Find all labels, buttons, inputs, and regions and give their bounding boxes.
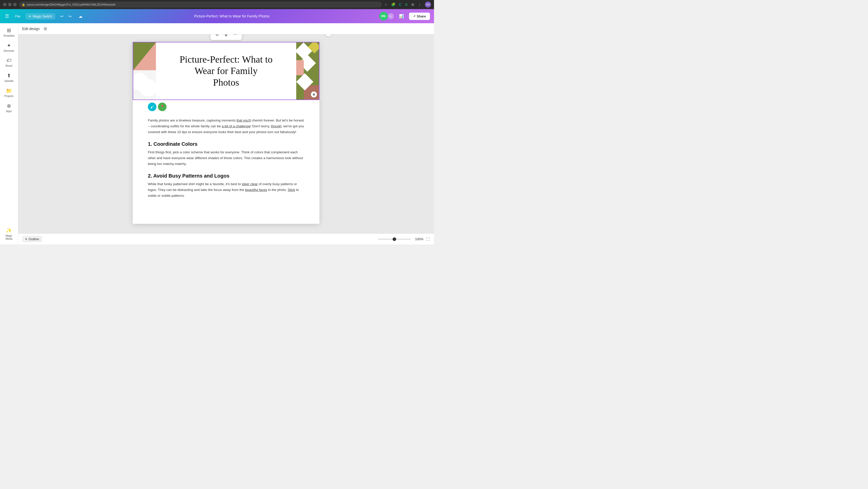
- extensions-puzzle-icon[interactable]: ⊞: [411, 2, 414, 6]
- sidebar-item-uploads[interactable]: ⬆ Uploads: [1, 70, 17, 85]
- zoom-slider[interactable]: [378, 239, 411, 240]
- header-image[interactable]: Picture-Perfect: What to Wear for Family…: [133, 42, 319, 100]
- browser-actions: ☆ 🧩 C G ⊞ ⋮ HG: [384, 1, 431, 7]
- underlined-steer-clear: steer clear: [242, 182, 258, 186]
- article-content: Family photos are a timeless treasure, c…: [133, 113, 319, 215]
- sidebar-item-elements[interactable]: ✦ Elements: [1, 40, 17, 55]
- uploads-icon: ⬆: [7, 73, 11, 79]
- outline-button[interactable]: ≡ Outline: [22, 236, 42, 242]
- browser-profile-initials: HG: [426, 3, 430, 6]
- sidebar-item-magic-media[interactable]: ✨ Magic Media: [1, 225, 17, 242]
- circle-2: [140, 79, 156, 97]
- redo-button[interactable]: ↪: [66, 12, 73, 20]
- copy-icon: ⧉: [216, 34, 218, 37]
- pink-rect: [296, 60, 304, 75]
- user-initials: HG: [381, 15, 386, 18]
- paint-tool-button[interactable]: 🖌: [148, 103, 156, 111]
- magic-media-icon: ✨: [6, 227, 12, 233]
- browser-refresh-btn[interactable]: ↻: [13, 3, 17, 6]
- geo-left-decoration: [133, 42, 156, 99]
- sidebar-item-templates[interactable]: ⊞ Templates: [1, 25, 17, 39]
- location-tool-button[interactable]: 📍: [158, 103, 166, 111]
- underlined-text-3: though: [271, 124, 281, 128]
- sidebar-label-magic-media: Magic Media: [3, 234, 16, 240]
- floating-toolbar: ⧉ 🗑 ⋯: [211, 34, 242, 40]
- file-button[interactable]: File: [13, 13, 23, 19]
- outline-icon: ≡: [25, 237, 27, 241]
- design-title: Picture-Perfect: What to Wear for Family…: [161, 14, 303, 18]
- fullscreen-button[interactable]: ⛶: [427, 237, 430, 241]
- hamburger-menu-icon[interactable]: ☰: [4, 12, 10, 20]
- paint-icon: 🖌: [150, 105, 154, 109]
- underlined-stick: Stick: [288, 188, 295, 192]
- sidebar-item-projects[interactable]: 📁 Projects: [1, 86, 17, 100]
- section1-heading: 1. Coordinate Colors: [148, 141, 304, 147]
- star-icon[interactable]: ☆: [384, 2, 388, 6]
- edit-tools: 🖌 📍: [133, 100, 319, 113]
- section1-body: First things first, pick a color scheme …: [148, 149, 304, 167]
- sidebar: ⊞ Templates ✦ Elements 🏷 Brand ⬆ Uploads…: [0, 23, 18, 244]
- underlined-text-1: that you'll: [237, 118, 251, 122]
- sidebar-label-projects: Projects: [4, 95, 13, 98]
- brand-icon: 🏷: [6, 58, 11, 63]
- outline-label: Outline: [29, 237, 39, 241]
- article-intro: Family photos are a timeless treasure, c…: [148, 118, 304, 135]
- undo-button[interactable]: ↩: [58, 12, 66, 20]
- grammarly-icon[interactable]: G: [405, 2, 408, 6]
- share-arrow-icon: ↗: [413, 15, 415, 18]
- sidebar-label-brand: Brand: [5, 64, 12, 67]
- more-options-btn[interactable]: ⋯: [231, 34, 239, 38]
- underlined-beautiful-faces: beautiful faces: [245, 188, 267, 192]
- share-label: Share: [417, 15, 426, 18]
- magic-switch-button[interactable]: ✦ Magic Switch: [26, 13, 55, 20]
- browser-menu-icon[interactable]: ⋮: [418, 2, 422, 6]
- rotate-handle[interactable]: ↻: [325, 34, 332, 36]
- zoom-resize-handle[interactable]: ⊕: [311, 91, 317, 97]
- add-collaborator-button[interactable]: +: [388, 13, 394, 19]
- share-button[interactable]: ↗ Share: [409, 12, 430, 20]
- sidebar-label-elements: Elements: [4, 50, 14, 53]
- delete-icon: 🗑: [224, 34, 228, 37]
- canva-extension-icon[interactable]: C: [399, 2, 401, 6]
- delete-icon-btn[interactable]: 🗑: [222, 34, 230, 38]
- browser-forward-btn[interactable]: ›: [8, 3, 11, 6]
- browser-chrome: ‹ › ↻ 🔒 canva.com/design/DAGHMggpUFs/_S3…: [0, 0, 434, 9]
- magic-switch-icon: ✦: [29, 15, 31, 18]
- title-line3: Photos: [213, 77, 239, 88]
- sidebar-item-apps[interactable]: ⊕ Apps: [1, 101, 17, 115]
- cloud-save-icon[interactable]: ☁: [76, 12, 85, 20]
- stats-icon[interactable]: 📊: [397, 12, 406, 20]
- magic-switch-label: Magic Switch: [33, 15, 52, 18]
- copy-icon-btn[interactable]: ⧉: [213, 34, 221, 38]
- browser-profile[interactable]: HG: [425, 1, 431, 7]
- zoom-control: 100%: [378, 237, 424, 241]
- elements-icon: ✦: [7, 42, 11, 49]
- section2-body: While that funky patterned shirt might b…: [148, 181, 304, 199]
- grid-icon[interactable]: ⊞: [43, 25, 48, 32]
- templates-icon: ⊞: [7, 27, 11, 33]
- canvas-scroll[interactable]: ⧉ 🗑 ⋯ ↻: [18, 34, 434, 233]
- sidebar-label-uploads: Uploads: [4, 80, 13, 83]
- more-icon: ⋯: [234, 34, 237, 37]
- user-avatar[interactable]: HG: [379, 12, 388, 21]
- apps-icon: ⊕: [7, 103, 11, 109]
- green-triangle: [133, 42, 156, 70]
- browser-back-btn[interactable]: ‹: [3, 3, 6, 6]
- design-document: ⧉ 🗑 ⋯ ↻: [133, 42, 319, 224]
- sidebar-item-brand[interactable]: 🏷 Brand: [1, 56, 17, 69]
- zoom-thumb[interactable]: [393, 237, 396, 241]
- edit-design-label: Edit design: [22, 27, 40, 31]
- underlined-text-2: a bit of a challenge: [222, 124, 250, 128]
- browser-nav-controls: ‹ › ↻: [3, 3, 17, 6]
- canvas-area: Edit design ⊞ ⧉ 🗑 ⋯: [18, 23, 434, 244]
- extensions-icon[interactable]: 🧩: [391, 2, 395, 6]
- undo-redo-controls: ↩ ↪: [58, 12, 73, 20]
- main-layout: ⊞ Templates ✦ Elements 🏷 Brand ⬆ Uploads…: [0, 23, 434, 244]
- sidebar-label-templates: Templates: [3, 34, 15, 37]
- edit-bar: Edit design ⊞: [18, 23, 434, 34]
- section2-heading: 2. Avoid Busy Patterns and Logos: [148, 173, 304, 179]
- location-icon: 📍: [160, 105, 164, 109]
- title-line2: Wear for Family: [194, 65, 258, 76]
- url-bar[interactable]: 🔒 canva.com/design/DAGHMggpUFs/_S3Q1cpWN…: [19, 1, 382, 7]
- geo-shapes-left: [133, 42, 156, 100]
